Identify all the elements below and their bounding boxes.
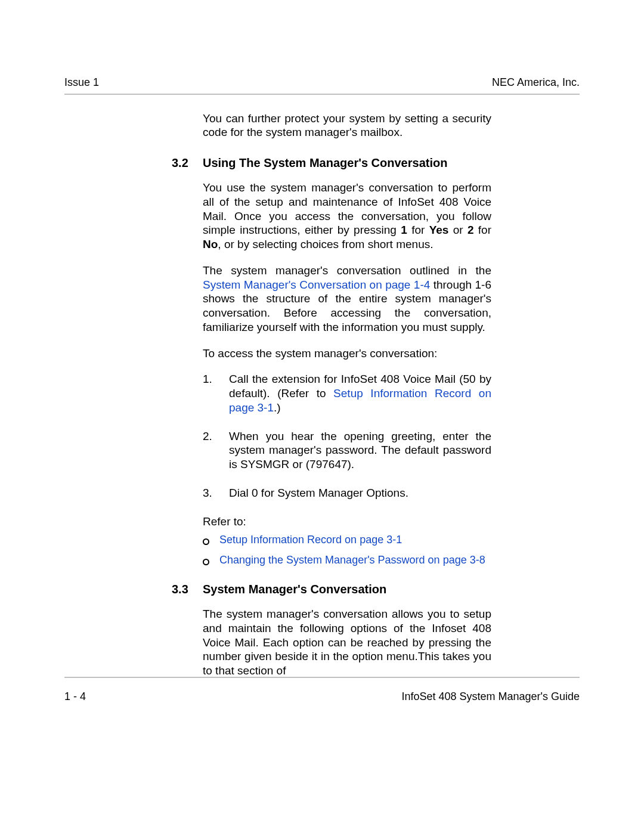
bullet-icon xyxy=(203,533,219,547)
s32-para-3: To access the system manager's conversat… xyxy=(203,346,491,361)
section-number: 3.3 xyxy=(172,583,203,596)
refer-to-label: Refer to: xyxy=(203,515,491,529)
link-setup-info-record[interactable]: Setup Information Record on page 3-1 xyxy=(219,533,402,547)
list-item: 2. When you hear the opening greeting, e… xyxy=(203,429,491,472)
section-3-2-heading: 3.2 Using The System Manager's Conversat… xyxy=(172,156,580,170)
list-item: Setup Information Record on page 3-1 xyxy=(203,533,491,547)
bullet-icon xyxy=(203,553,219,567)
text: The system manager's conversation outlin… xyxy=(203,264,491,277)
step-number: 2. xyxy=(203,429,229,472)
bold-no: No xyxy=(203,238,218,250)
header-right: NEC America, Inc. xyxy=(492,76,580,89)
text: for xyxy=(474,224,492,236)
footer-rule xyxy=(64,677,580,678)
step-number: 1. xyxy=(203,372,229,414)
step-body: When you hear the opening greeting, ente… xyxy=(229,429,491,472)
section-number: 3.2 xyxy=(172,156,203,170)
page-header: Issue 1 NEC America, Inc. xyxy=(64,76,580,92)
s32-steps: 1. Call the extension for InfoSet 408 Vo… xyxy=(203,372,491,500)
list-item: 3. Dial 0 for System Manager Options. xyxy=(203,486,491,500)
bold-1: 1 xyxy=(401,224,407,236)
step-body: Call the extension for InfoSet 408 Voice… xyxy=(229,372,491,414)
section-title: Using The System Manager's Conversation xyxy=(203,156,447,170)
link-sys-mgr-conv[interactable]: System Manager's Conversation on page 1-… xyxy=(203,278,430,291)
footer-doc-title: InfoSet 408 System Manager's Guide xyxy=(401,690,580,703)
list-item: 1. Call the extension for InfoSet 408 Vo… xyxy=(203,372,491,414)
step-number: 3. xyxy=(203,486,229,500)
section-title: System Manager's Conversation xyxy=(203,583,386,596)
intro-paragraph: You can further protect your system by s… xyxy=(203,112,491,140)
header-rule xyxy=(64,94,580,95)
step-body: Dial 0 for System Manager Options. xyxy=(229,486,491,500)
refer-to-list: Setup Information Record on page 3-1 Cha… xyxy=(203,533,491,567)
text: .) xyxy=(274,401,281,414)
header-left: Issue 1 xyxy=(64,76,99,89)
text: for xyxy=(407,224,429,236)
footer-page-number: 1 - 4 xyxy=(64,690,86,703)
link-change-password[interactable]: Changing the System Manager's Password o… xyxy=(219,553,485,567)
page-footer: 1 - 4 InfoSet 408 System Manager's Guide xyxy=(64,690,580,703)
s33-para-1: The system manager's conversation allows… xyxy=(203,607,491,678)
bold-2: 2 xyxy=(467,224,474,236)
bold-yes: Yes xyxy=(429,224,449,236)
list-item: Changing the System Manager's Password o… xyxy=(203,553,491,567)
page: Issue 1 NEC America, Inc. You can furthe… xyxy=(0,0,644,833)
s32-para-2: The system manager's conversation outlin… xyxy=(203,264,491,335)
text: , or by selecting choices from short men… xyxy=(218,238,433,250)
section-3-3-heading: 3.3 System Manager's Conversation xyxy=(172,583,580,596)
s32-para-1: You use the system manager's conversatio… xyxy=(203,181,491,252)
text: or xyxy=(448,224,467,236)
